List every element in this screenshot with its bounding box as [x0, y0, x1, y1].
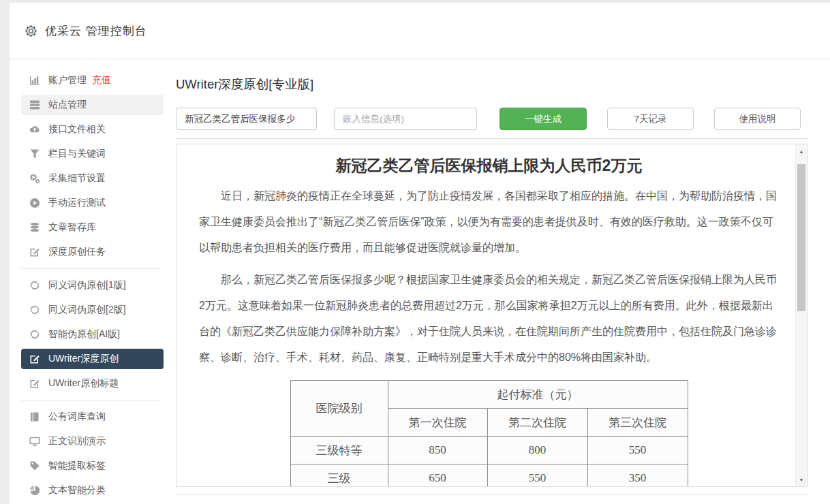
- cloud-upload-icon: [29, 124, 40, 135]
- table-cell: 650: [388, 464, 487, 488]
- play-icon: [29, 198, 40, 208]
- sidebar-item-label: 公有词库查询: [48, 411, 106, 423]
- edit-icon: [29, 378, 40, 389]
- table-row: 三级特等 850 800 550: [290, 437, 688, 464]
- table-subheader: 第三次住院: [587, 409, 688, 437]
- page-title: UWriter深度原创[专业版]: [176, 76, 830, 93]
- sidebar-item-label: 同义词伪原创[1版]: [48, 279, 126, 292]
- sidebar-item-label: UWriter深度原创: [48, 353, 119, 365]
- bottom-divider: [176, 494, 808, 495]
- sidebar-item-label: 正文识别演示: [48, 435, 106, 447]
- sidebar-item-label: 账户管理: [48, 74, 87, 86]
- table-cell: 800: [487, 437, 587, 464]
- sidebar-item-label: 深度原创任务: [48, 246, 106, 258]
- table-cell: 三级: [290, 464, 388, 488]
- table-row: 三级 650 550 350: [290, 464, 688, 488]
- refresh-icon: [29, 329, 40, 340]
- sidebar-item-site-management[interactable]: 站点管理: [21, 95, 164, 115]
- article-paragraph: 近日，新冠肺炎的疫情正在全球蔓延，为了防止疫情发展，各国都采取了相应的措施。在中…: [199, 183, 779, 261]
- table-subheader: 第二次住院: [487, 409, 587, 437]
- tag-icon: [29, 460, 40, 471]
- sidebar-item-label: 采集细节设置: [48, 172, 106, 185]
- usage-instructions-button[interactable]: 使用说明: [714, 108, 801, 130]
- article-preview-panel: 新冠乙类乙管后医保报销上限为人民币2万元 近日，新冠肺炎的疫情正在全球蔓延，为了…: [176, 144, 808, 487]
- sidebar-item-deep-original-task[interactable]: 深度原创任务: [21, 242, 164, 262]
- refresh-icon: [29, 280, 40, 291]
- sidebar-item-text-classification[interactable]: 文本智能分类: [21, 480, 164, 501]
- sidebar-item-account[interactable]: 账户管理 充值: [21, 70, 164, 91]
- sidebar-item-public-thesaurus-query[interactable]: 公有词库查询: [21, 407, 164, 427]
- edit-icon: [29, 353, 40, 364]
- database-icon: [29, 222, 40, 233]
- reimbursement-table: 医院级别 起付标准（元） 第一次住院 第二次住院 第三次住院 三级特等 850 …: [290, 380, 688, 487]
- table-cell: 850: [388, 437, 487, 464]
- table-cell: 350: [587, 464, 688, 488]
- vertical-scrollbar[interactable]: ▲ ▼: [795, 144, 807, 486]
- app-title: 优采云 管理控制台: [45, 23, 147, 39]
- table-corner-header: 医院级别: [290, 381, 388, 437]
- table-cell: 三级特等: [290, 437, 388, 464]
- scrollbar-thumb[interactable]: [797, 164, 805, 311]
- table-subheader: 第一次住院: [388, 409, 487, 437]
- app-window: 优采云 管理控制台 账户管理 充值 站点管理 接口文件相关 栏目与关键词: [10, 3, 830, 504]
- table-group-header: 起付标准（元）: [388, 381, 688, 409]
- generate-button[interactable]: 一键生成: [499, 108, 587, 130]
- sidebar-item-label: 接口文件相关: [48, 123, 106, 136]
- monitor-icon: [29, 436, 40, 447]
- sidebar-item-smart-tag-extraction[interactable]: 智能提取标签: [21, 456, 164, 476]
- scroll-up-arrow-icon[interactable]: ▲: [796, 146, 807, 157]
- sidebar-item-label: 手动运行测试: [48, 197, 106, 209]
- book-icon: [29, 411, 40, 422]
- sidebar-item-ai-rewrite[interactable]: 智能伪原创[AI版]: [21, 324, 164, 345]
- horizontal-divider: [176, 138, 808, 139]
- sidebar-item-article-cache[interactable]: 文章暂存库: [21, 217, 164, 238]
- sidebar-item-interface-files[interactable]: 接口文件相关: [21, 119, 164, 140]
- sidebar-divider: [21, 400, 161, 400]
- sidebar-item-label: 智能伪原创[AI版]: [48, 328, 120, 341]
- gear-icon: [25, 25, 37, 37]
- sidebar-item-label: UWriter原创标题: [48, 377, 119, 390]
- keyword-input[interactable]: [176, 108, 317, 130]
- recharge-badge[interactable]: 充值: [92, 74, 111, 86]
- main-content: UWriter深度原创[专业版] 一键生成 7天记录 使用说明 新冠乙类乙管后医…: [176, 59, 830, 503]
- server-icon: [29, 99, 40, 110]
- sidebar-item-label: 同义词伪原创[2版]: [48, 304, 126, 316]
- sidebar-item-synonym-rewrite-v2[interactable]: 同义词伪原创[2版]: [21, 300, 164, 320]
- sidebar-item-label: 站点管理: [48, 99, 87, 111]
- sidebar: 账户管理 充值 站点管理 接口文件相关 栏目与关键词 采集细节设置 手动运: [10, 59, 176, 503]
- article-title: 新冠乙类乙管后医保报销上限为人民币2万元: [199, 155, 779, 176]
- sidebar-item-manual-run-test[interactable]: 手动运行测试: [21, 193, 164, 213]
- seven-day-records-button[interactable]: 7天记录: [607, 108, 694, 130]
- filter-icon: [29, 148, 40, 159]
- table-cell: 550: [587, 437, 688, 464]
- sidebar-item-uwriter-original-title[interactable]: UWriter原创标题: [21, 373, 164, 394]
- app-header: 优采云 管理控制台: [10, 3, 830, 59]
- embed-info-input[interactable]: [334, 108, 477, 130]
- sidebar-item-label: 文本智能分类: [48, 484, 106, 497]
- gears-icon: [29, 173, 40, 184]
- controls-row: 一键生成 7天记录 使用说明: [176, 108, 830, 130]
- article-paragraph: 那么，新冠乙类乙管后医保报多少呢？根据国家卫生健康委员会的相关规定，新冠乙类乙管…: [199, 267, 779, 371]
- sidebar-item-collection-settings[interactable]: 采集细节设置: [21, 168, 164, 189]
- sidebar-divider: [21, 268, 161, 269]
- refresh-icon: [29, 304, 40, 315]
- table-cell: 550: [487, 464, 587, 488]
- sidebar-item-label: 栏目与关键词: [48, 148, 106, 160]
- sidebar-item-columns-keywords[interactable]: 栏目与关键词: [21, 144, 164, 164]
- sidebar-item-uwriter-deep-original[interactable]: UWriter深度原创: [21, 349, 164, 369]
- article-content: 新冠乙类乙管后医保报销上限为人民币2万元 近日，新冠肺炎的疫情正在全球蔓延，为了…: [176, 144, 795, 487]
- sidebar-item-label: 智能提取标签: [48, 460, 106, 472]
- pie-chart-icon: [29, 485, 40, 496]
- sidebar-item-content-recognition-demo[interactable]: 正文识别演示: [21, 431, 164, 452]
- sidebar-item-label: 文章暂存库: [48, 221, 96, 234]
- scroll-down-arrow-icon[interactable]: ▼: [796, 474, 807, 485]
- edit-icon: [29, 247, 40, 257]
- sidebar-item-synonym-rewrite-v1[interactable]: 同义词伪原创[1版]: [21, 275, 164, 296]
- bar-chart-icon: [29, 75, 40, 86]
